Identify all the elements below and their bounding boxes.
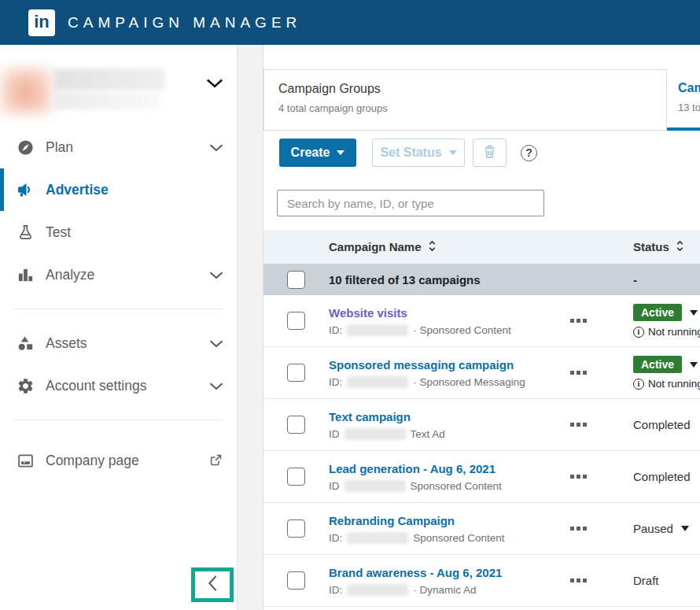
sidebar-nav: Plan Advertise Test Analyze — [0, 126, 237, 482]
status-text: Completed — [633, 470, 691, 483]
search-input[interactable] — [277, 190, 544, 216]
bar-chart-icon — [16, 265, 35, 284]
filter-summary-text: 10 filtered of 13 campaigns — [314, 273, 570, 287]
caret-down-icon — [337, 150, 344, 155]
campaign-link[interactable]: Text campaign — [329, 410, 411, 423]
trash-icon — [481, 143, 498, 163]
account-subtitle-redacted — [53, 92, 160, 109]
row-type: Sponsored Content — [413, 532, 504, 544]
row-more-menu[interactable] — [570, 475, 633, 479]
status-caret-icon[interactable] — [681, 526, 689, 531]
row-checkbox[interactable] — [287, 416, 305, 434]
campaign-link[interactable]: Sponsored messaging campaign — [329, 358, 514, 372]
sidebar-item-account-settings[interactable]: Account settings — [0, 364, 237, 407]
flask-icon — [16, 223, 35, 242]
sidebar-divider — [14, 420, 223, 420]
tab-label: Campaign Groups — [278, 82, 666, 96]
megaphone-icon — [16, 180, 35, 199]
sidebar: Plan Advertise Test Analyze — [0, 45, 238, 610]
status-badge[interactable]: Active — [633, 304, 682, 321]
tab-bar: Campaign Groups 4 total campaign groups … — [263, 69, 700, 131]
sidebar-item-label: Plan — [46, 139, 73, 156]
status-text: Paused — [633, 522, 673, 535]
tab-sublabel: 13 total campaigns — [678, 102, 700, 113]
sidebar-item-label: Assets — [46, 335, 87, 352]
sidebar-item-advertise[interactable]: Advertise — [0, 168, 237, 211]
info-icon: i — [633, 327, 644, 338]
row-checkbox[interactable] — [287, 571, 305, 590]
external-link-icon — [208, 453, 223, 471]
linkedin-logo-text: in — [34, 13, 50, 31]
account-name-redacted — [53, 68, 165, 91]
sidebar-item-test[interactable]: Test — [0, 211, 237, 253]
row-checkbox[interactable] — [287, 519, 305, 538]
campaign-link[interactable]: Rebranding Campaign — [329, 514, 455, 527]
row-id-label: ID: — [329, 584, 342, 596]
chevron-down-icon — [209, 269, 223, 283]
sidebar-divider — [14, 309, 223, 309]
delete-button[interactable] — [473, 139, 507, 167]
row-more-menu[interactable] — [570, 371, 633, 375]
sidebar-item-assets[interactable]: Assets — [0, 322, 237, 364]
create-button-label: Create — [291, 146, 330, 160]
set-status-button[interactable]: Set Status — [372, 139, 465, 167]
row-more-menu[interactable] — [570, 319, 633, 323]
column-header-campaign-name[interactable]: Campaign Name — [314, 239, 570, 255]
row-checkbox[interactable] — [287, 468, 305, 486]
row-more-menu[interactable] — [570, 423, 633, 427]
redacted-id — [347, 324, 408, 336]
table-row: Brand awareness - Aug 6, 2021 ID: · Dyna… — [263, 555, 700, 607]
status-badge[interactable]: Active — [633, 356, 682, 373]
row-checkbox[interactable] — [287, 364, 305, 382]
sidebar-item-plan[interactable]: Plan — [0, 126, 237, 168]
row-type: Text Ad — [411, 428, 445, 440]
column-header-status[interactable]: Status — [633, 239, 700, 255]
linkedin-logo[interactable]: in — [28, 9, 55, 36]
status-text: Completed — [633, 418, 691, 431]
tab-label: Campaigns — [678, 81, 700, 95]
row-id-label: ID — [329, 428, 340, 440]
redacted-id — [347, 532, 408, 544]
sort-icon[interactable] — [428, 239, 437, 255]
tab-campaign-groups[interactable]: Campaign Groups 4 total campaign groups — [263, 69, 667, 131]
help-icon[interactable]: ? — [521, 145, 537, 161]
row-id-label: ID — [329, 480, 340, 492]
row-checkbox[interactable] — [287, 312, 305, 330]
sidebar-item-company-page[interactable]: Company page — [0, 439, 237, 482]
status-note: i Not running — [633, 326, 700, 338]
status-caret-icon[interactable] — [690, 310, 698, 316]
gear-icon — [16, 376, 35, 395]
redacted-id — [344, 428, 406, 440]
shapes-icon — [16, 334, 35, 353]
status-caret-icon[interactable] — [690, 362, 698, 368]
filter-summary-row: 10 filtered of 13 campaigns - — [263, 264, 700, 295]
select-all-checkbox[interactable] — [287, 271, 305, 289]
campaign-link[interactable]: Website visits — [329, 306, 407, 320]
status-note: i Not running — [633, 378, 700, 390]
campaign-link[interactable]: Lead generation - Aug 6, 2021 — [329, 462, 496, 475]
table-header: Campaign Name Status — [263, 230, 700, 264]
campaign-link[interactable]: Brand awareness - Aug 6, 2021 — [329, 566, 502, 579]
tab-sublabel: 4 total campaign groups — [278, 102, 666, 114]
sort-icon[interactable] — [676, 239, 684, 255]
row-more-menu[interactable] — [570, 579, 633, 582]
chevron-down-icon — [209, 142, 223, 156]
row-more-menu[interactable] — [570, 527, 633, 531]
chevron-down-icon — [209, 380, 223, 394]
layout-gutter — [238, 45, 263, 610]
create-button[interactable]: Create — [279, 139, 356, 167]
sidebar-item-analyze[interactable]: Analyze — [0, 253, 237, 296]
sidebar-item-label: Advertise — [46, 182, 109, 198]
chevron-down-icon — [209, 338, 223, 352]
chevron-down-icon — [206, 78, 223, 92]
caret-down-icon — [449, 150, 457, 155]
account-switcher[interactable] — [0, 45, 237, 114]
sidebar-item-label: Test — [46, 224, 71, 241]
avatar — [0, 67, 53, 114]
sidebar-collapse-button[interactable] — [191, 567, 234, 602]
set-status-button-label: Set Status — [380, 146, 441, 160]
table-row: Website visits ID: · Sponsored Content A… — [263, 295, 700, 347]
company-page-icon — [16, 451, 35, 470]
tab-campaigns[interactable]: Campaigns 13 total campaigns — [667, 69, 700, 131]
table-row: Lead generation - Aug 6, 2021 ID Sponsor… — [263, 451, 700, 503]
